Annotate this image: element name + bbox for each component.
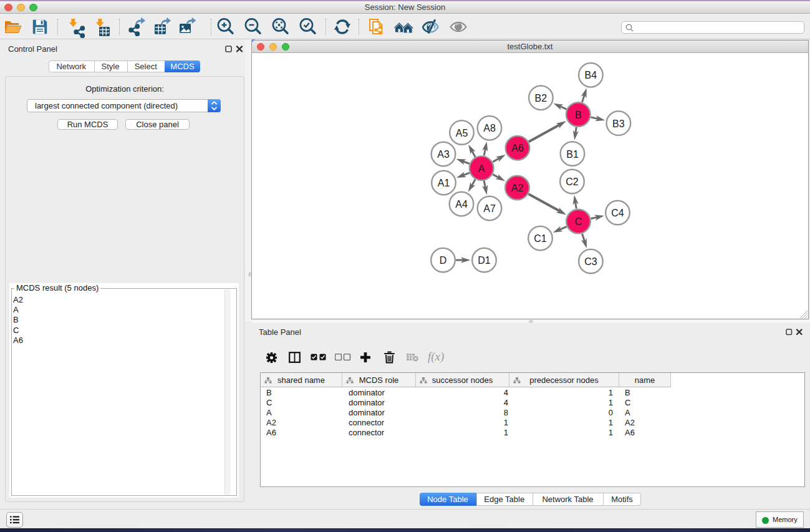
svg-text:A7: A7 — [483, 203, 496, 214]
svg-text:C: C — [575, 216, 582, 227]
svg-text:B1: B1 — [566, 149, 579, 160]
svg-text:C2: C2 — [566, 177, 579, 187]
svg-text:B: B — [575, 110, 582, 120]
svg-text:A: A — [478, 163, 485, 174]
svg-text:B2: B2 — [535, 93, 547, 104]
svg-text:A2: A2 — [511, 183, 524, 193]
svg-text:C1: C1 — [534, 233, 547, 244]
svg-text:B4: B4 — [585, 70, 597, 80]
svg-text:A1: A1 — [438, 178, 450, 188]
svg-text:A5: A5 — [456, 128, 468, 138]
svg-text:C3: C3 — [584, 256, 597, 267]
svg-text:A3: A3 — [437, 149, 450, 160]
svg-text:D: D — [440, 255, 447, 266]
svg-text:A8: A8 — [483, 123, 496, 133]
svg-text:A6: A6 — [511, 143, 524, 153]
svg-text:C4: C4 — [611, 208, 624, 218]
svg-text:A4: A4 — [455, 199, 468, 210]
svg-text:B3: B3 — [612, 118, 625, 129]
svg-text:D1: D1 — [478, 255, 491, 266]
